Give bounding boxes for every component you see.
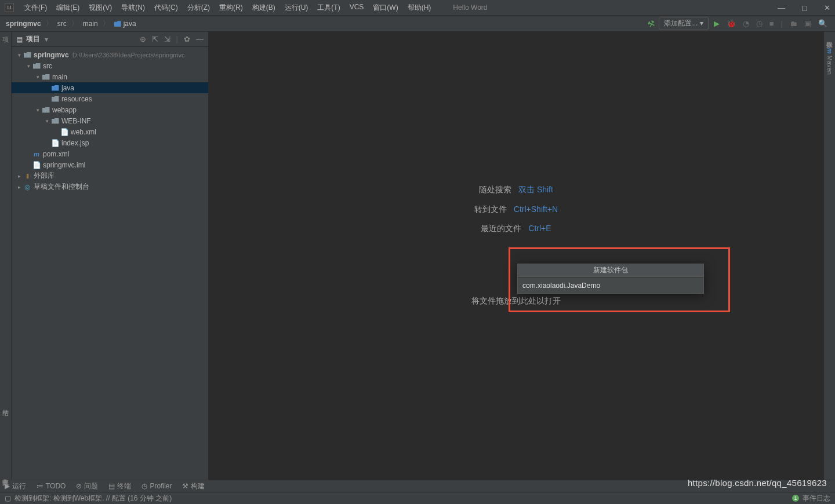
- tree-iml[interactable]: 📄springmvc.iml: [12, 159, 208, 170]
- profile-icon[interactable]: ◷: [754, 19, 764, 28]
- hint-search-key: 双击 Shift: [518, 185, 553, 194]
- popup-title: 新建软件包: [518, 264, 703, 277]
- xml-file-icon: 📄: [60, 128, 68, 136]
- minimize-icon[interactable]: —: [778, 3, 785, 12]
- tree-main[interactable]: ▾ main: [12, 71, 208, 82]
- profiler-tool-tab[interactable]: ◷ Profiler: [141, 482, 172, 490]
- tree-webinf[interactable]: ▾ WEB-INF: [12, 115, 208, 126]
- tree-external-libs[interactable]: ▸ ⫴外部库: [12, 170, 208, 181]
- chevron-right-icon: 〉: [46, 19, 53, 28]
- run-tool-tab[interactable]: ▶ 运行: [5, 481, 26, 491]
- stop-icon[interactable]: ■: [768, 19, 776, 28]
- tree-project-root[interactable]: ▾ springmvc D:\Users\23638\IdeaProjects\…: [12, 49, 208, 60]
- ide-icon[interactable]: ▣: [803, 19, 813, 28]
- drop-files-hint: 将文件拖放到此处以打开: [471, 296, 561, 306]
- coverage-icon[interactable]: ◔: [741, 19, 751, 28]
- menu-file[interactable]: 文件(F): [20, 3, 52, 13]
- menu-help[interactable]: 帮助(H): [403, 3, 436, 13]
- main-menu: 文件(F) 编辑(E) 视图(V) 导航(N) 代码(C) 分析(Z) 重构(R…: [20, 3, 435, 13]
- status-icon[interactable]: ▢: [5, 494, 11, 502]
- run-config-dropdown[interactable]: 添加配置... ▾: [659, 17, 708, 30]
- menu-run[interactable]: 运行(U): [280, 3, 313, 13]
- crumb-java[interactable]: java: [114, 20, 136, 28]
- sidebar-header: ▤ 项目 ▾ ⊕ ⇱ ⇲ | ✿ —: [12, 32, 208, 47]
- chevron-right-icon: 〉: [103, 19, 110, 28]
- crumb-project[interactable]: springmvc: [6, 20, 41, 28]
- project-tool-tab[interactable]: 项: [2, 35, 9, 44]
- hint-goto-key: Ctrl+Shift+N: [514, 204, 558, 214]
- tree-resources[interactable]: resources: [12, 93, 208, 104]
- status-bar: ▢ 检测到框架: 检测到Web框架. // 配置 (16 分钟 之前) 1 事件…: [0, 492, 835, 504]
- breadcrumb: springmvc 〉 src 〉 main 〉 java: [6, 19, 136, 28]
- todo-tool-tab[interactable]: ≔ TODO: [37, 482, 66, 490]
- menu-refactor[interactable]: 重构(R): [215, 3, 248, 13]
- build-icon[interactable]: ⚒: [647, 18, 657, 29]
- nav-bar: springmvc 〉 src 〉 main 〉 java ⚒ 添加配置... …: [0, 16, 835, 32]
- scroll-from-source-icon[interactable]: ⊕: [140, 35, 146, 43]
- window-controls: — ◻ ✕: [778, 3, 830, 12]
- tree-scratches[interactable]: ▸ ◎草稿文件和控制台: [12, 181, 208, 192]
- iml-file-icon: 📄: [32, 161, 41, 169]
- navbar-tools: ⚒ 添加配置... ▾ ▶ 🐞 ◔ ◷ ■ | 🖿 ▣ 🔍: [648, 17, 829, 30]
- project-sidebar: ▤ 项目 ▾ ⊕ ⇱ ⇲ | ✿ — ▾ springmvc D:\Users\…: [12, 32, 209, 480]
- hint-goto-label: 转到文件: [474, 204, 507, 214]
- event-badge: 1: [792, 495, 799, 502]
- run-icon[interactable]: ▶: [712, 19, 721, 28]
- project-tool-icon: ▤: [16, 35, 23, 43]
- debug-icon[interactable]: 🐞: [725, 19, 738, 28]
- event-log-button[interactable]: 事件日志: [803, 494, 830, 503]
- menu-vcs[interactable]: VCS: [345, 3, 369, 13]
- hint-recent-label: 最近的文件: [481, 224, 521, 233]
- app-title: Hello Word: [453, 3, 487, 12]
- hide-icon[interactable]: —: [196, 35, 204, 43]
- menu-navigate[interactable]: 导航(N): [117, 3, 150, 13]
- main-area: 项 结构 收藏夹 ▤ 项目 ▾ ⊕ ⇱ ⇲ | ✿ — ▾ springmvc …: [0, 32, 835, 480]
- scratch-icon: ◎: [23, 183, 31, 191]
- tree-indexjsp[interactable]: 📄index.jsp: [12, 137, 208, 148]
- menu-edit[interactable]: 编辑(E): [52, 3, 84, 13]
- menu-build[interactable]: 构建(B): [248, 3, 280, 13]
- search-icon[interactable]: 🔍: [816, 19, 829, 28]
- project-tree: ▾ springmvc D:\Users\23638\IdeaProjects\…: [12, 47, 208, 195]
- tree-src[interactable]: ▾ src: [12, 60, 208, 71]
- menu-tools[interactable]: 工具(T): [313, 3, 344, 13]
- settings-icon[interactable]: ✿: [184, 35, 190, 43]
- menu-code[interactable]: 代码(C): [150, 3, 183, 13]
- editor-area: 随处搜索 双击 Shift 转到文件 Ctrl+Shift+N 最近的文件 Ct…: [209, 32, 823, 480]
- menu-analyze[interactable]: 分析(Z): [183, 3, 215, 13]
- expand-all-icon[interactable]: ⇱: [152, 35, 158, 43]
- left-tool-strip: 项 结构 收藏夹: [0, 32, 12, 480]
- maven-file-icon: m: [32, 150, 41, 158]
- status-message[interactable]: 检测到框架: 检测到Web框架. // 配置 (16 分钟 之前): [14, 494, 172, 503]
- update-icon[interactable]: 🖿: [788, 19, 799, 28]
- title-bar: IJ 文件(F) 编辑(E) 视图(V) 导航(N) 代码(C) 分析(Z) 重…: [0, 0, 835, 16]
- terminal-tool-tab[interactable]: ▤ 终端: [108, 481, 131, 491]
- build-tool-tab[interactable]: ⚒ 构建: [182, 481, 205, 491]
- chevron-right-icon: 〉: [71, 19, 78, 28]
- hint-recent-key: Ctrl+E: [528, 224, 551, 233]
- sidebar-title: 项目: [26, 34, 40, 44]
- editor-hints: 随处搜索 双击 Shift 转到文件 Ctrl+Shift+N 最近的文件 Ct…: [474, 180, 558, 239]
- menu-window[interactable]: 窗口(W): [368, 3, 402, 13]
- tree-pom[interactable]: mpom.xml: [12, 148, 208, 159]
- close-icon[interactable]: ✕: [824, 3, 830, 12]
- crumb-src[interactable]: src: [57, 20, 67, 28]
- menu-view[interactable]: 视图(V): [84, 3, 117, 13]
- maximize-icon[interactable]: ◻: [801, 3, 808, 12]
- problems-tool-tab[interactable]: ⊘ 问题: [76, 481, 98, 491]
- tree-webxml[interactable]: 📄web.xml: [12, 126, 208, 137]
- tree-java[interactable]: java: [12, 82, 208, 93]
- hint-search-label: 随处搜索: [479, 185, 511, 194]
- bottom-toolbar: ▶ 运行 ≔ TODO ⊘ 问题 ▤ 终端 ◷ Profiler ⚒ 构建: [0, 480, 835, 492]
- collapse-all-icon[interactable]: ⇲: [164, 35, 170, 43]
- package-name-input[interactable]: [518, 277, 703, 293]
- right-tool-strip: 数据库 m Maven: [823, 32, 835, 480]
- library-icon: ⫴: [23, 172, 31, 180]
- crumb-main[interactable]: main: [83, 20, 98, 28]
- view-dropdown-icon[interactable]: ▾: [45, 35, 48, 43]
- new-package-popup: 新建软件包: [517, 264, 704, 294]
- tree-webapp[interactable]: ▾ webapp: [12, 104, 208, 115]
- app-logo: IJ: [5, 3, 14, 12]
- jsp-file-icon: 📄: [51, 139, 59, 147]
- maven-tab[interactable]: m Maven: [826, 48, 833, 75]
